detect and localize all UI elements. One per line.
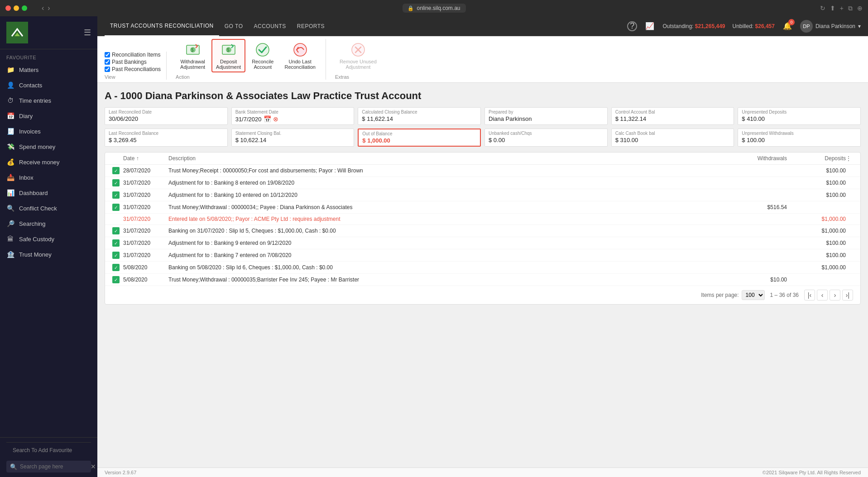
- settings-icon[interactable]: ⊕: [857, 5, 863, 12]
- maximize-dot[interactable]: [22, 5, 27, 11]
- minimize-dot[interactable]: [14, 5, 19, 11]
- sidebar-search-input[interactable]: [20, 463, 88, 470]
- table-body: ✓ 28/07/2020 Trust Money;Receipt : 00000…: [105, 165, 860, 286]
- sidebar-search-box[interactable]: 🔍 ✕: [6, 461, 91, 472]
- url-bar[interactable]: 🔒 online.silq.com.au: [402, 4, 465, 13]
- dashboard-label: Dashboard: [19, 190, 48, 196]
- check-mark: ✓: [112, 204, 120, 211]
- searching-label: Searching: [19, 220, 46, 227]
- sidebar-item-time-entries[interactable]: ⏱Time entries: [0, 93, 97, 108]
- reconcile-account-label: ReconcileAccount: [252, 59, 273, 70]
- prev-page-button[interactable]: ‹: [817, 290, 828, 301]
- control-account-bal-cell: Control Account Bal $ 11,322.14: [611, 107, 734, 125]
- past-reconciliations-input[interactable]: [105, 67, 110, 72]
- undo-last-reconciliation-button[interactable]: Undo LastReconciliation: [280, 39, 320, 72]
- add-tab-icon[interactable]: +: [840, 5, 844, 12]
- row-check-2[interactable]: ✓: [109, 191, 123, 199]
- last-page-button[interactable]: ›|: [842, 290, 853, 301]
- calc-cash-book-bal-cell: Calc Cash Book bal $ 310.00: [611, 129, 734, 147]
- clear-search-icon[interactable]: ✕: [91, 463, 96, 470]
- row-check-1[interactable]: ✓: [109, 179, 123, 186]
- spend-money-label: Spend money: [19, 143, 55, 150]
- col-date[interactable]: Date ↑: [123, 155, 168, 162]
- reload-icon[interactable]: ↻: [820, 5, 825, 12]
- check-mark: ✓: [112, 191, 120, 199]
- row-date-2: 31/07/2020: [123, 192, 168, 198]
- next-page-button[interactable]: ›: [830, 290, 840, 301]
- clear-date-icon[interactable]: ⊗: [273, 115, 278, 123]
- topnav-item-reports[interactable]: REPORTS: [292, 16, 330, 36]
- row-date-8: 5/08/2020: [123, 264, 168, 271]
- row-check-5[interactable]: ✓: [109, 227, 123, 234]
- sidebar-item-searching[interactable]: 🔎Searching: [0, 216, 97, 231]
- forward-icon[interactable]: ›: [48, 4, 50, 12]
- searching-icon: 🔎: [6, 219, 14, 228]
- window-controls[interactable]: [5, 5, 27, 11]
- sidebar-item-invoices[interactable]: 🧾Invoices: [0, 124, 97, 139]
- sidebar-item-safe-custody[interactable]: 🏛Safe Custody: [0, 231, 97, 247]
- remove-unused-adjustment-button[interactable]: Remove UnusedAdjustment: [335, 39, 381, 72]
- past-reconciliations-cb[interactable]: Past Reconciliations: [105, 66, 161, 72]
- notification-icon[interactable]: 🔔 0: [782, 21, 793, 32]
- topnav-item-trust-accounts[interactable]: TRUST ACCOUNTS RECONCILIATION: [105, 16, 219, 36]
- row-check-8[interactable]: ✓: [109, 264, 123, 271]
- user-area[interactable]: DP Diana Parkinson ▾: [800, 20, 861, 33]
- col-deposits: Deposits: [787, 155, 846, 162]
- deposit-adjustment-button[interactable]: $ DepositAdjustment: [211, 39, 245, 72]
- calendar-icon[interactable]: 📅: [264, 115, 271, 123]
- col-withdrawals: Withdrawals: [728, 155, 787, 162]
- prepared-by-label: Prepared by: [489, 110, 604, 114]
- first-page-button[interactable]: |‹: [804, 290, 815, 301]
- row-check-0[interactable]: ✓: [109, 167, 123, 174]
- unpresented-withdrawals-cell: Unpresented Withdrawals $ 100.00: [738, 129, 861, 147]
- sidebar-item-conflict-check[interactable]: 🔍Conflict Check: [0, 200, 97, 216]
- row-description-6: Adjustment for to : Banking 9 entered on…: [168, 240, 728, 246]
- row-withdrawals-9: $10.00: [728, 277, 787, 283]
- sidebar-item-spend-money[interactable]: 💸Spend money: [0, 139, 97, 154]
- topnav-item-go-to[interactable]: GO TO: [219, 16, 249, 36]
- out-of-balance-label: Out of Balance: [362, 131, 476, 136]
- user-dropdown-icon[interactable]: ▾: [858, 23, 861, 29]
- withdrawal-adjustment-button[interactable]: $ WithdrawalAdjustment: [176, 39, 210, 72]
- control-account-bal-value: $ 11,322.14: [615, 115, 730, 122]
- svg-text:$: $: [191, 48, 194, 52]
- matters-icon: 📁: [6, 66, 14, 74]
- nav-arrows[interactable]: ‹ ›: [42, 4, 50, 12]
- row-date-9: 5/08/2020: [123, 277, 168, 283]
- logo-box: [6, 22, 28, 43]
- topnav-item-accounts[interactable]: ACCOUNTS: [248, 16, 291, 36]
- sidebar-item-contacts[interactable]: 👤Contacts: [0, 77, 97, 93]
- row-check-9[interactable]: ✓: [109, 276, 123, 283]
- reconciliation-items-input[interactable]: [105, 52, 110, 57]
- check-mark: ✓: [112, 252, 120, 259]
- sidebar-item-inbox[interactable]: 📥Inbox: [0, 170, 97, 185]
- sidebar-item-trust-money[interactable]: 🏦Trust Money: [0, 247, 97, 262]
- past-bankings-input[interactable]: [105, 59, 110, 65]
- check-mark: ✓: [112, 264, 120, 271]
- help-icon[interactable]: ?: [627, 21, 637, 31]
- close-dot[interactable]: [5, 5, 11, 11]
- calc-cash-book-bal-value: $ 310.00: [615, 137, 730, 143]
- out-of-balance-value: $ 1,000.00: [362, 137, 476, 144]
- copy-icon[interactable]: ⧉: [848, 5, 853, 12]
- row-check-3[interactable]: ✓: [109, 204, 123, 211]
- table-header: Date ↑ Description Withdrawals Deposits …: [105, 153, 860, 165]
- hamburger-icon[interactable]: ☰: [84, 28, 91, 38]
- remove-unused-icon: [350, 42, 366, 58]
- reconciliation-items-cb[interactable]: Reconciliation Items: [105, 52, 161, 58]
- sidebar-item-receive-money[interactable]: 💰Receive money: [0, 154, 97, 170]
- share-icon[interactable]: ⬆: [830, 5, 835, 12]
- sidebar-item-matters[interactable]: 📁Matters: [0, 62, 97, 77]
- sidebar-item-diary[interactable]: 📅Diary: [0, 108, 97, 124]
- check-mark: ✓: [112, 239, 120, 247]
- remove-unused-label: Remove UnusedAdjustment: [340, 59, 377, 70]
- row-check-6[interactable]: ✓: [109, 239, 123, 247]
- chart-icon[interactable]: 📈: [644, 21, 655, 32]
- row-deposits-5: $1,000.00: [787, 228, 846, 234]
- past-bankings-cb[interactable]: Past Bankings: [105, 59, 161, 65]
- reconcile-account-button[interactable]: ReconcileAccount: [247, 39, 278, 72]
- back-icon[interactable]: ‹: [42, 4, 44, 12]
- row-check-7[interactable]: ✓: [109, 252, 123, 259]
- sidebar-item-dashboard[interactable]: 📊Dashboard: [0, 185, 97, 200]
- items-per-page-select[interactable]: 100 50 25: [742, 290, 765, 300]
